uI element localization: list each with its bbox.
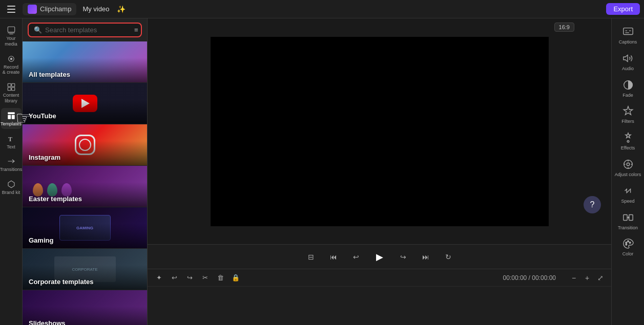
video-controls: ⊟ ⏮ ↩ ▶ ↪ ⏭ ↻ bbox=[148, 244, 611, 269]
subtitles-button[interactable]: ⊟ bbox=[304, 250, 318, 264]
effects-icon bbox=[622, 132, 634, 144]
timeline-undo-button[interactable]: ↩ bbox=[168, 272, 180, 284]
right-panel-effects[interactable]: Effects bbox=[614, 128, 642, 153]
sidebar-label-brand-kit: Brand kit bbox=[2, 190, 20, 196]
template-card-corporate[interactable]: CORPORATE Corporate templates bbox=[23, 249, 147, 290]
svg-rect-4 bbox=[11, 83, 14, 86]
svg-text:T: T bbox=[8, 135, 12, 142]
sidebar-item-your-media[interactable]: Your media bbox=[1, 23, 22, 49]
video-canvas-area: 16:9 ? bbox=[148, 18, 611, 244]
timeline-delete-button[interactable]: 🗑 bbox=[214, 272, 226, 284]
filter-icon[interactable]: ≡ bbox=[134, 26, 138, 34]
captions-icon bbox=[622, 26, 634, 38]
svg-rect-23 bbox=[629, 214, 632, 220]
template-card-slideshows[interactable]: Slideshows bbox=[23, 290, 147, 325]
sidebar-label-templates: Templates bbox=[1, 121, 22, 127]
timeline-area: ✦ ↩ ↪ ✂ 🗑 🔒 00:00:00 / 00:00:00 − + ⤢ bbox=[148, 269, 611, 325]
help-button[interactable]: ? bbox=[584, 196, 601, 213]
captions-label: Captions bbox=[619, 39, 637, 45]
fast-forward-button[interactable]: ↪ bbox=[396, 250, 410, 264]
right-panel-captions[interactable]: Captions bbox=[614, 23, 642, 47]
svg-rect-7 bbox=[8, 112, 15, 114]
sidebar-item-record-create[interactable]: Record & create bbox=[1, 51, 22, 78]
zoom-fit-button[interactable]: ⤢ bbox=[595, 272, 606, 284]
search-icon: 🔍 bbox=[34, 26, 42, 34]
timeline-toolbar: ✦ ↩ ↪ ✂ 🗑 🔒 00:00:00 / 00:00:00 − + ⤢ bbox=[148, 269, 611, 287]
right-panel-color[interactable]: Color bbox=[614, 234, 642, 259]
text-icon: T bbox=[7, 134, 16, 143]
adjust-colors-label: Adjust colors bbox=[615, 172, 641, 178]
timeline-time: 00:00:00 / 00:00:00 bbox=[503, 274, 556, 281]
template-label-instagram: Instagram bbox=[29, 154, 60, 161]
svg-point-2 bbox=[10, 57, 12, 60]
skip-back-button[interactable]: ⏮ bbox=[326, 250, 341, 264]
media-icon bbox=[7, 26, 16, 35]
template-card-all-templates[interactable]: All templates bbox=[23, 41, 147, 82]
svg-rect-0 bbox=[8, 27, 15, 32]
timeline-lock-button[interactable]: 🔒 bbox=[230, 272, 242, 284]
zoom-out-button[interactable]: − bbox=[568, 272, 579, 284]
sidebar-item-transitions[interactable]: Transitions bbox=[1, 154, 22, 175]
right-panel-adjust-colors[interactable]: Adjust colors bbox=[614, 155, 642, 180]
speed-label: Speed bbox=[621, 199, 634, 204]
video-canvas bbox=[211, 37, 549, 226]
loop-button[interactable]: ↻ bbox=[441, 250, 455, 264]
video-area: 16:9 ? ⊟ ⏮ ↩ ▶ ↪ ⏭ ↻ ✦ ↩ ↪ ✂ 🗑 🔒 00:00:0… bbox=[148, 18, 611, 325]
sidebar-item-content-library[interactable]: Content library bbox=[1, 79, 22, 106]
speed-icon bbox=[622, 185, 634, 197]
sidebar-item-templates[interactable]: Templates bbox=[1, 108, 22, 129]
svg-rect-5 bbox=[8, 88, 11, 91]
template-label-corporate: Corporate templates bbox=[29, 278, 93, 286]
templates-panel: 🔍 ≡ All templates YouTube bbox=[23, 18, 148, 325]
right-panel-transition[interactable]: Transition bbox=[614, 208, 642, 233]
sidebar-label-text: Text bbox=[7, 144, 15, 150]
transition-icon bbox=[622, 211, 634, 224]
audio-icon bbox=[622, 52, 634, 64]
template-card-easter[interactable]: Easter templates bbox=[23, 166, 147, 207]
rewind-button[interactable]: ↩ bbox=[349, 250, 363, 264]
timeline-magic-button[interactable]: ✦ bbox=[153, 272, 165, 284]
templates-icon bbox=[7, 111, 16, 120]
template-label-youtube: YouTube bbox=[29, 112, 56, 120]
sidebar-item-text[interactable]: T Text bbox=[1, 131, 22, 152]
adjust-colors-icon bbox=[622, 158, 634, 170]
timeline-track-area bbox=[148, 287, 611, 325]
template-label-gaming: Gaming bbox=[29, 236, 53, 244]
magic-icon: ✨ bbox=[115, 4, 127, 15]
aspect-ratio-badge[interactable]: 16:9 bbox=[554, 23, 574, 32]
right-panel-filters[interactable]: Filters bbox=[614, 102, 642, 126]
template-label-all-templates: All templates bbox=[29, 71, 70, 78]
svg-rect-9 bbox=[11, 115, 14, 119]
main-area: Your media Record & create Content libra… bbox=[0, 18, 644, 325]
search-bar-wrapper: 🔍 ≡ bbox=[23, 18, 147, 41]
audio-label: Audio bbox=[622, 66, 634, 72]
color-icon bbox=[622, 237, 634, 250]
sidebar-item-brand-kit[interactable]: Brand kit bbox=[1, 177, 22, 198]
timeline-cut-button[interactable]: ✂ bbox=[199, 272, 211, 284]
svg-marker-13 bbox=[623, 55, 627, 61]
template-card-youtube[interactable]: YouTube bbox=[23, 83, 147, 124]
export-button[interactable]: Export bbox=[606, 3, 640, 15]
svg-rect-22 bbox=[623, 214, 627, 220]
menu-button[interactable] bbox=[4, 2, 18, 16]
svg-rect-8 bbox=[8, 115, 11, 119]
play-button[interactable]: ▶ bbox=[371, 249, 388, 265]
timeline-redo-button[interactable]: ↪ bbox=[183, 272, 196, 284]
record-icon bbox=[7, 54, 16, 63]
svg-point-26 bbox=[627, 241, 629, 242]
sidebar-label-your-media: Your media bbox=[2, 36, 20, 47]
transition-label: Transition bbox=[618, 225, 638, 231]
svg-rect-12 bbox=[623, 28, 632, 35]
zoom-in-button[interactable]: + bbox=[581, 272, 593, 284]
right-panel-fade[interactable]: Fade bbox=[614, 76, 642, 100]
search-input[interactable] bbox=[45, 26, 131, 34]
template-card-gaming[interactable]: GAMING Gaming bbox=[23, 207, 147, 248]
right-panel-audio[interactable]: Audio bbox=[614, 49, 642, 74]
skip-forward-button[interactable]: ⏭ bbox=[419, 250, 433, 264]
right-panel-speed[interactable]: Speed bbox=[614, 182, 642, 206]
app-name: Clipchamp bbox=[40, 5, 71, 13]
brand-icon bbox=[7, 180, 16, 189]
template-label-slideshows: Slideshows bbox=[29, 319, 66, 325]
svg-point-24 bbox=[625, 244, 627, 246]
template-card-instagram[interactable]: Instagram bbox=[23, 124, 147, 165]
